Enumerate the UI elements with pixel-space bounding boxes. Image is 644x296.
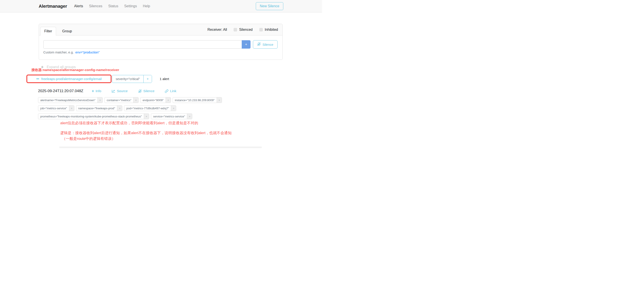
alert-label-text: container="metrics": [105, 98, 133, 103]
silenced-checkbox[interactable]: Silenced: [234, 28, 252, 32]
alert-group-row: freeleaps-prod/alertmanager-config/email…: [26, 74, 169, 83]
filter-card-header: Filter Group Receiver: All Silenced Inhi…: [39, 24, 282, 36]
bell-slash-icon: [138, 89, 142, 93]
alert-meta-row: 2025-09-24T11:20:07.048Z + Info Source: [38, 89, 176, 93]
matcher-hint-text: Custom matcher, e.g.: [43, 50, 74, 54]
receiver-group-toggle-button[interactable]: freeleaps-prod/alertmanager-config/email: [36, 77, 102, 81]
inhibited-checkbox[interactable]: Inhibited: [259, 28, 278, 32]
app-brand[interactable]: Alertmanager: [39, 4, 67, 9]
add-label-filter-button[interactable]: +: [187, 114, 192, 119]
source-button-label: Source: [117, 89, 128, 93]
annotation-note-2-line-2: （一般是route中的逻辑有错误）: [60, 136, 232, 142]
nav-item-silences[interactable]: Silences: [89, 4, 102, 8]
alert-timestamp: 2025-09-24T11:20:07.048Z: [38, 89, 88, 93]
add-label-filter-button[interactable]: +: [171, 106, 176, 111]
tab-filter-label: Filter: [44, 29, 52, 33]
link-icon: [165, 89, 168, 93]
alert-label-tag: instance="10.233.98.209:8009" +: [173, 97, 222, 103]
receiver-filter-dropdown[interactable]: Receiver: All: [208, 28, 227, 32]
bottom-shadow: [60, 146, 262, 148]
alert-count: 1 alert: [160, 77, 169, 81]
label-row: job="metrics-service" + namespace="freel…: [38, 105, 260, 111]
navbar-content: Alertmanager Alerts Silences Status Sett…: [0, 0, 322, 12]
alert-label-tag: pod="metrics-77d9cdb497-wdsj7" +: [124, 105, 176, 111]
filter-card-body: + Silence Custom matcher, e.g. env="prod…: [39, 36, 282, 54]
checkbox-icon[interactable]: [234, 28, 237, 32]
source-button[interactable]: Source: [112, 89, 128, 93]
alert-label-text: job="metrics-service": [38, 106, 69, 111]
add-label-filter-button[interactable]: +: [69, 106, 74, 111]
matcher-input-group: + Silence: [43, 40, 278, 48]
annotation-note-1: alert信息必须在接收器下才表示配置成功，否则即使能看到alert，但是通知是…: [60, 120, 198, 126]
alert-label-text: endpoint="8009": [140, 98, 166, 103]
silence-filter-label: Silence: [262, 43, 273, 46]
add-label-filter-button[interactable]: +: [98, 98, 102, 103]
annotation-highlight-box: freeleaps-prod/alertmanager-config/email: [26, 74, 112, 83]
alert-label-text: prometheus="freeleaps-monitoring-system/…: [38, 114, 144, 119]
alert-label-text: namespace="freeleaps-prod": [76, 106, 117, 111]
add-matcher-button[interactable]: +: [242, 40, 250, 48]
add-label-filter-button[interactable]: +: [217, 98, 222, 103]
top-navbar: Alertmanager Alerts Silences Status Sett…: [0, 0, 322, 12]
label-row: prometheus="freeleaps-monitoring-system/…: [38, 114, 260, 119]
add-label-filter-button[interactable]: +: [117, 106, 122, 111]
silence-alert-button[interactable]: Silence: [138, 89, 154, 93]
new-silence-button[interactable]: New Silence: [256, 2, 283, 10]
label-row: alertname="FreeleapsMetricsServiceDown" …: [38, 97, 260, 103]
silence-filter-button[interactable]: Silence: [253, 40, 278, 48]
silence-alert-button-label: Silence: [144, 89, 154, 93]
main-nav: Alerts Silences Status Settings Help: [74, 4, 150, 8]
checkbox-icon[interactable]: [259, 28, 263, 32]
info-button[interactable]: + Info: [92, 89, 101, 93]
alert-label-text: service="metrics-service": [151, 114, 187, 119]
link-button-label: Link: [170, 89, 176, 93]
matcher-example-link[interactable]: env="production": [76, 50, 100, 54]
tab-filter[interactable]: Filter: [40, 27, 56, 36]
alert-label-tag: namespace="freeleaps-prod" +: [76, 105, 122, 111]
tab-group-label: Group: [62, 29, 72, 33]
annotation-receiver-note: 接收器:namespace/altermanager-config-name/r…: [32, 68, 119, 72]
alert-label-text: instance="10.233.98.209:8009": [173, 98, 217, 103]
alert-label-tag: job="metrics-service" +: [38, 105, 74, 111]
add-label-filter-button[interactable]: +: [166, 98, 171, 103]
add-label-filter-button[interactable]: +: [144, 114, 149, 119]
alert-label-tag: alertname="FreeleapsMetricsServiceDown" …: [38, 97, 103, 103]
alert-label-text: pod="metrics-77d9cdb497-wdsj7": [124, 106, 171, 111]
silenced-checkbox-label: Silenced: [239, 28, 252, 32]
nav-item-help[interactable]: Help: [143, 4, 150, 8]
alert-actions: + Info Source Silence: [92, 89, 176, 93]
group-matcher-label: severity="critical": [112, 75, 144, 83]
receiver-group-label: freeleaps-prod/alertmanager-config/email: [41, 77, 102, 81]
info-button-label: Info: [96, 89, 102, 93]
alert-label-tag: service="metrics-service" +: [151, 114, 192, 119]
annotation-note-2: 逻辑是：接收器收到alert后进行通知，如果alert不在接收器下，说明接收器没…: [60, 130, 232, 142]
group-matcher-pill: severity="critical" +: [112, 75, 152, 83]
add-label-filter-button[interactable]: +: [133, 98, 138, 103]
add-group-matcher-button[interactable]: +: [144, 75, 152, 83]
alert-labels: alertname="FreeleapsMetricsServiceDown" …: [38, 97, 260, 119]
link-button[interactable]: Link: [165, 89, 176, 93]
filter-card: Filter Group Receiver: All Silenced Inhi…: [39, 24, 283, 60]
annotation-note-2-line-1: 逻辑是：接收器收到alert后进行通知，如果alert不在接收器下，说明接收器没…: [60, 130, 232, 136]
matcher-input[interactable]: [43, 40, 242, 48]
bell-slash-icon: [257, 42, 261, 46]
tab-group[interactable]: Group: [58, 27, 77, 36]
nav-item-alerts[interactable]: Alerts: [74, 4, 83, 8]
nav-item-settings[interactable]: Settings: [124, 4, 137, 8]
matcher-hint: Custom matcher, e.g. env="production": [43, 50, 278, 54]
alert-label-tag: endpoint="8009" +: [140, 97, 171, 103]
nav-item-status[interactable]: Status: [108, 4, 118, 8]
alert-label-text: alertname="FreeleapsMetricsServiceDown": [38, 98, 98, 103]
filter-options: Receiver: All Silenced Inhibited: [208, 24, 278, 36]
minus-icon: [36, 78, 39, 80]
alert-label-tag: container="metrics" +: [104, 97, 138, 103]
inhibited-checkbox-label: Inhibited: [265, 28, 278, 32]
chart-icon: [112, 89, 115, 93]
plus-icon: +: [92, 89, 94, 93]
alert-label-tag: prometheus="freeleaps-monitoring-system/…: [38, 114, 149, 119]
